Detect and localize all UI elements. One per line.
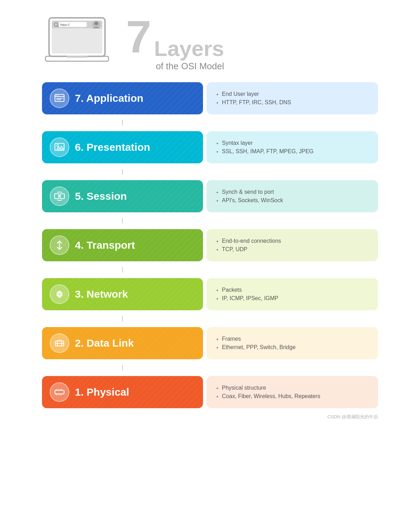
layer-icon-2: [50, 333, 69, 353]
layer-bullet1-3: Packets: [216, 287, 368, 293]
layer-right-5: Synch & send to port API's, Sockets, Win…: [206, 180, 378, 212]
svg-point-18: [57, 144, 59, 147]
layer-row-2: 2. Data Link Frames Ethernet, PPP, Switc…: [42, 327, 378, 359]
layer-connector: [122, 169, 123, 175]
layer-icon-1: [50, 382, 69, 402]
title-number: 7: [126, 14, 151, 59]
layer-bullet2-6: SSL, SSH, IMAP, FTP, MPEG, JPEG: [216, 148, 368, 155]
laptop-illustration: https://: [42, 14, 119, 72]
layer-connector: [122, 316, 123, 321]
svg-rect-19: [55, 194, 59, 199]
layer-bullet2-1: Coax, Fiber, Wireless, Hubs, Repeaters: [216, 393, 368, 399]
title-layers: Layers: [154, 38, 224, 59]
layer-name-2: 2. Data Link: [75, 337, 134, 349]
layer-row-6: 6. Presentation Syntax layer SSL, SSH, I…: [42, 131, 378, 163]
layers-container: 7. Application End User layer HTTP, FTP,…: [42, 82, 378, 408]
layer-left-2: 2. Data Link: [42, 327, 203, 359]
layer-name-3: 3. Network: [75, 288, 128, 300]
layer-connector: [122, 267, 123, 272]
svg-point-8: [94, 22, 98, 25]
layer-name-4: 4. Transport: [75, 239, 135, 251]
layer-icon-3: [50, 284, 69, 304]
svg-rect-10: [66, 56, 88, 58]
layer-connector: [122, 365, 123, 370]
layer-icon-5: [50, 186, 69, 206]
header: https:// 7 Layers of the OSI Model: [42, 14, 378, 72]
layer-left-7: 7. Application: [42, 82, 203, 114]
layer-bullet1-4: End-to-end connections: [216, 238, 368, 244]
layer-left-5: 5. Session: [42, 180, 203, 212]
layer-bullet2-4: TCP, UDP: [216, 246, 368, 253]
layer-name-5: 5. Session: [75, 190, 127, 202]
layer-name-1: 1. Physical: [75, 386, 129, 398]
layer-bullet2-3: IP, ICMP, IPSec, IGMP: [216, 295, 368, 302]
svg-rect-20: [60, 194, 64, 199]
svg-point-13: [56, 95, 57, 96]
footer-credit: CSDN @洒满阳光的午后: [42, 414, 378, 420]
layer-left-1: 1. Physical: [42, 376, 203, 408]
svg-text:https://: https://: [60, 23, 70, 27]
layer-row-7: 7. Application End User layer HTTP, FTP,…: [42, 82, 378, 114]
layer-left-6: 6. Presentation: [42, 131, 203, 163]
layer-icon-7: [50, 88, 69, 108]
layer-bullet1-2: Frames: [216, 336, 368, 342]
layer-name-7: 7. Application: [75, 92, 144, 104]
layer-connector: [122, 218, 123, 224]
layer-bullet1-1: Physical structure: [216, 385, 368, 391]
layer-right-3: Packets IP, ICMP, IPSec, IGMP: [206, 278, 378, 310]
layer-bullet1-6: Syntax layer: [216, 140, 368, 146]
svg-rect-32: [55, 390, 64, 394]
layer-left-4: 4. Transport: [42, 229, 203, 261]
layer-left-3: 3. Network: [42, 278, 203, 310]
layer-right-7: End User layer HTTP, FTP, IRC, SSH, DNS: [206, 82, 378, 114]
layer-bullet2-2: Ethernet, PPP, Switch, Bridge: [216, 344, 368, 350]
layer-row-4: 4. Transport End-to-end connections TCP,…: [42, 229, 378, 261]
layer-right-6: Syntax layer SSL, SSH, IMAP, FTP, MPEG, …: [206, 131, 378, 163]
layer-row-1: 1. Physical Physical structure Coax, Fib…: [42, 376, 378, 408]
layer-bullet1-5: Synch & send to port: [216, 189, 368, 195]
title-block: 7 Layers of the OSI Model: [126, 14, 224, 72]
layer-icon-4: [50, 235, 69, 255]
title-subtitle: of the OSI Model: [126, 61, 224, 72]
layer-connector: [122, 120, 123, 126]
layer-bullet2-5: API's, Sockets, WinSock: [216, 197, 368, 204]
layer-right-4: End-to-end connections TCP, UDP: [206, 229, 378, 261]
layer-icon-6: [50, 137, 69, 157]
layer-bullet1-7: End User layer: [216, 91, 368, 97]
layer-row-5: 5. Session Synch & send to port API's, S…: [42, 180, 378, 212]
page-container: https:// 7 Layers of the OSI Model: [38, 7, 382, 434]
layer-right-1: Physical structure Coax, Fiber, Wireless…: [206, 376, 378, 408]
layer-name-6: 6. Presentation: [75, 141, 150, 153]
svg-point-14: [58, 95, 58, 96]
layer-row-3: 3. Network Packets IP, ICMP, IPSec, IGMP: [42, 278, 378, 310]
layer-bullet2-7: HTTP, FTP, IRC, SSH, DNS: [216, 99, 368, 106]
layer-right-2: Frames Ethernet, PPP, Switch, Bridge: [206, 327, 378, 359]
